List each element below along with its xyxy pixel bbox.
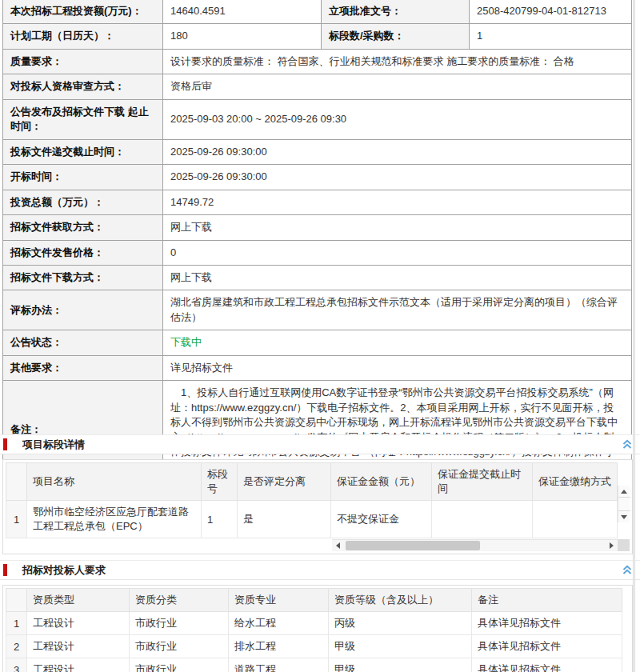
info-label: 公告发布及招标文件下载 起止时间： [3, 99, 163, 139]
info-value: 14640.4591 [163, 0, 322, 24]
col-header: 标段号 [202, 463, 238, 501]
scrollbar-thumb[interactable] [346, 541, 480, 550]
info-row: 质量要求： 设计要求的质量标准： 符合国家、行业相关规范和标准要求 施工要求的质… [3, 49, 632, 74]
scroll-up-button[interactable] [618, 486, 630, 498]
row-index: 2 [6, 635, 27, 658]
info-row: 招标文件下载方式： 网上下载 [3, 265, 632, 290]
info-value: 设计要求的质量标准： 符合国家、行业相关规范和标准要求 施工要求的质量标准： 合… [163, 49, 632, 74]
qual-type-cell: 工程设计 [27, 658, 130, 672]
arrow-up-icon [621, 490, 627, 494]
col-header: 项目名称 [27, 463, 202, 501]
requirements-header-row: 资质类型 资质分类 资质专业 资质等级（含及以上） 备注 [6, 589, 622, 612]
info-row: 公告发布及招标文件下载 起止时间： 2025-09-03 20:00 ~ 202… [3, 99, 632, 139]
info-label: 其他要求： [3, 355, 163, 380]
info-value: 2025-09-26 09:30:00 [163, 139, 632, 164]
horizontal-scrollbar[interactable] [332, 539, 618, 551]
info-row: 其他要求： 详见招标文件 [3, 355, 632, 380]
qual-grade-cell: 丙级 [329, 612, 472, 635]
info-value: 1 [470, 24, 632, 49]
info-value: 资格后审 [163, 74, 632, 99]
info-value: 湖北省房屋建筑和市政工程工程总承包招标文件示范文本（适用于采用评定分离的项目）（… [163, 290, 632, 330]
row-index: 1 [6, 612, 27, 635]
info-label: 对投标人资格审查方式： [3, 74, 163, 99]
info-label: 标段数/采购数： [322, 24, 470, 49]
qual-grade-cell: 甲级 [329, 635, 472, 658]
remark-cell: 具体详见招标文件 [472, 612, 622, 635]
info-value: 180 [163, 24, 322, 49]
info-value: 网上下载 [163, 265, 632, 290]
info-row: 招标文件发售价格： 0 [3, 240, 632, 265]
info-label: 评标办法： [3, 290, 163, 330]
info-row: 计划工期（日历天）： 180 标段数/采购数： 1 [3, 24, 632, 49]
row-index: 3 [6, 658, 27, 672]
row-index: 1 [6, 501, 27, 538]
deposit-amount-cell: 不提交保证金 [331, 501, 432, 538]
section-accent-bar [3, 564, 7, 576]
info-label: 招标文件下载方式： [3, 265, 163, 290]
info-label: 招标文件发售价格： [3, 240, 163, 265]
info-row: 评标办法： 湖北省房屋建筑和市政工程工程总承包招标文件示范文本（适用于采用评定分… [3, 290, 632, 330]
info-value: 下载中 [163, 330, 632, 355]
segment-no-cell: 1 [202, 501, 238, 538]
info-label: 本次招标工程投资额(万元)： [3, 0, 163, 24]
requirement-row: 1 工程设计 市政行业 给水工程 丙级 具体详见招标文件 [6, 612, 622, 635]
info-label: 招标文件获取方式： [3, 215, 163, 240]
info-label: 公告状态： [3, 330, 163, 355]
remark-cell: 具体详见招标文件 [472, 635, 622, 658]
segments-panel: 项目名称 标段号 是否评定分离 保证金金额（元） 保证金提交截止时间 保证金缴纳… [2, 459, 633, 554]
page-scrollbar-track[interactable] [633, 0, 635, 672]
tender-detail-page: 本次招标工程投资额(万元)： 14640.4591 立项批准文号： 2508-4… [0, 0, 640, 672]
scroll-left-button[interactable] [332, 540, 344, 551]
arrow-right-icon [610, 542, 614, 549]
scroll-right-button[interactable] [606, 540, 618, 551]
requirements-panel: 资质类型 资质分类 资质专业 资质等级（含及以上） 备注 1 工程设计 市政行业… [2, 585, 633, 672]
section-accent-bar [3, 438, 7, 450]
section-header-segments: 项目标段详情 [0, 434, 640, 454]
scrollbar-track[interactable] [344, 540, 606, 551]
info-value: 2025-09-03 20:00 ~ 2025-09-26 09:30 [163, 99, 632, 139]
qual-specialty-cell: 给水工程 [229, 612, 329, 635]
col-header: 资质专业 [229, 589, 329, 612]
collapse-icon[interactable] [622, 439, 633, 450]
col-header: 保证金提交截止时间 [432, 463, 533, 501]
info-value: 详见招标文件 [163, 355, 632, 380]
info-row: 本次招标工程投资额(万元)： 14640.4591 立项批准文号： 2508-4… [3, 0, 632, 24]
info-row: 开标时间： 2025-09-26 09:30:00 [3, 165, 632, 190]
info-label: 投标文件递交截止时间： [3, 139, 163, 164]
info-value: 0 [163, 240, 632, 265]
project-name-cell: 鄂州市临空经济区应急厅配套道路工程工程总承包（EPC） [27, 501, 202, 538]
arrow-left-icon [336, 542, 340, 549]
scroll-down-button[interactable] [618, 510, 630, 522]
info-label: 计划工期（日历天）： [3, 24, 163, 49]
info-row: 招标文件获取方式： 网上下载 [3, 215, 632, 240]
col-header: 保证金金额（元） [331, 463, 432, 501]
deposit-deadline-cell [432, 501, 533, 538]
segments-header-row: 项目名称 标段号 是否评定分离 保证金金额（元） 保证金提交截止时间 保证金缴纳… [6, 463, 618, 501]
col-header: 资质等级（含及以上） [329, 589, 472, 612]
info-label: 投资总额（万元）： [3, 190, 163, 214]
scrollbar-corner [618, 539, 630, 551]
vertical-scrollbar[interactable] [618, 486, 630, 522]
info-row: 投资总额（万元）： 14749.72 [3, 190, 632, 214]
segment-row: 1 鄂州市临空经济区应急厅配套道路工程工程总承包（EPC） 1 是 不提交保证金 [6, 501, 618, 538]
col-header: 资质分类 [130, 589, 229, 612]
requirements-table: 资质类型 资质分类 资质专业 资质等级（含及以上） 备注 1 工程设计 市政行业… [6, 588, 622, 672]
horizontal-scrollbar-row [6, 539, 630, 551]
info-label: 质量要求： [3, 49, 163, 74]
col-header: 资质类型 [27, 589, 130, 612]
arrow-down-icon [621, 515, 627, 519]
info-row: 公告状态： 下载中 [3, 330, 632, 355]
qual-specialty-cell: 道路工程 [229, 658, 329, 672]
tender-info-table: 本次招标工程投资额(万元)： 14640.4591 立项批准文号： 2508-4… [2, 0, 631, 480]
qual-specialty-cell: 排水工程 [229, 635, 329, 658]
info-value: 2025-09-26 09:30:00 [163, 165, 632, 190]
qual-category-cell: 市政行业 [130, 658, 229, 672]
col-header: 备注 [472, 589, 622, 612]
collapse-icon[interactable] [622, 565, 633, 575]
segments-table: 项目名称 标段号 是否评定分离 保证金金额（元） 保证金提交截止时间 保证金缴纳… [6, 462, 618, 538]
info-value: 14749.72 [163, 190, 632, 214]
col-header: 保证金缴纳方式 [533, 463, 618, 501]
info-label: 立项批准文号： [322, 0, 470, 24]
status-badge: 下载中 [170, 336, 202, 348]
info-value: 网上下载 [163, 215, 632, 240]
